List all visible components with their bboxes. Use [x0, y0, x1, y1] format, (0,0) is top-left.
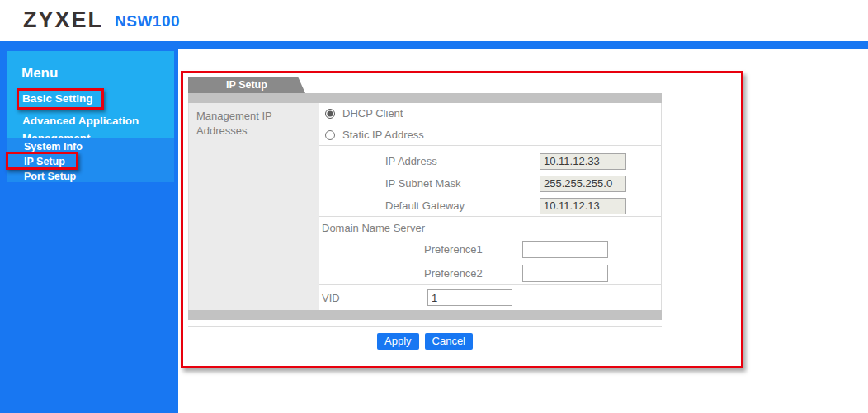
default-gateway-label: Default Gateway: [385, 199, 540, 212]
preference2-input[interactable]: [522, 265, 608, 282]
sidebar: Menu Basic Setting Advanced Application …: [0, 41, 178, 413]
zyxel-logo: ZYXEL: [23, 7, 103, 33]
menu-title: Menu: [21, 65, 58, 82]
vid-row: VID: [319, 285, 661, 310]
section-label-line2: Addresses: [196, 124, 319, 138]
divider: [188, 326, 662, 327]
vid-input[interactable]: [427, 289, 512, 306]
ip-subnet-mask-label: IP Subnet Mask: [385, 177, 540, 190]
dhcp-client-label: DHCP Client: [342, 107, 403, 120]
content-top-bar: [188, 93, 662, 103]
dns-section: Domain Name Server Preference1 Preferenc…: [319, 217, 661, 285]
static-ip-row: Static IP Address: [319, 124, 661, 146]
device-model-label: NSW100: [115, 12, 180, 31]
submenu-panel: System Info IP Setup Port Setup: [7, 138, 174, 182]
dhcp-client-radio[interactable]: [325, 109, 335, 119]
static-ip-radio[interactable]: [325, 130, 335, 140]
ip-setup-form: Management IP Addresses DHCP Client Stat…: [188, 103, 662, 310]
sidebar-item-port-setup[interactable]: Port Setup: [24, 171, 76, 182]
vid-label: VID: [322, 292, 427, 304]
sidebar-item-ip-setup[interactable]: IP Setup: [24, 156, 65, 167]
default-gateway-row: Default Gateway: [319, 195, 661, 217]
section-label: Management IP Addresses: [189, 103, 319, 310]
preference1-label: Preference1: [424, 243, 522, 256]
ip-subnet-mask-row: IP Subnet Mask: [319, 172, 661, 195]
tab-ip-setup[interactable]: IP Setup: [188, 77, 305, 93]
button-row: Apply Cancel: [188, 333, 662, 350]
sidebar-item-system-info[interactable]: System Info: [24, 141, 83, 153]
preference1-input[interactable]: [522, 241, 608, 258]
ip-address-label: IP Address: [385, 155, 540, 167]
dns-heading: Domain Name Server: [319, 217, 661, 237]
ip-subnet-mask-input: [540, 176, 626, 192]
preference2-label: Preference2: [424, 267, 522, 279]
header: ZYXEL NSW100: [0, 0, 868, 41]
sidebar-item-advanced-application[interactable]: Advanced Application: [22, 115, 139, 127]
dhcp-client-row: DHCP Client: [319, 103, 661, 124]
default-gateway-input: [540, 198, 626, 214]
static-ip-label: Static IP Address: [342, 129, 424, 141]
sidebar-item-basic-setting[interactable]: Basic Setting: [22, 92, 93, 105]
ip-address-input: [540, 153, 626, 170]
content-bottom-bar: [188, 310, 662, 320]
cancel-button[interactable]: Cancel: [425, 333, 473, 350]
apply-button[interactable]: Apply: [377, 333, 419, 350]
preference2-row: Preference2: [319, 261, 661, 285]
preference1-row: Preference1: [319, 237, 661, 261]
menu-panel: Menu Basic Setting Advanced Application …: [7, 51, 174, 138]
ip-address-row: IP Address: [319, 150, 661, 172]
static-ip-fields: IP Address IP Subnet Mask Default Gatewa…: [319, 146, 661, 217]
field-column: DHCP Client Static IP Address IP Address…: [319, 103, 661, 310]
section-label-line1: Management IP: [196, 109, 319, 124]
